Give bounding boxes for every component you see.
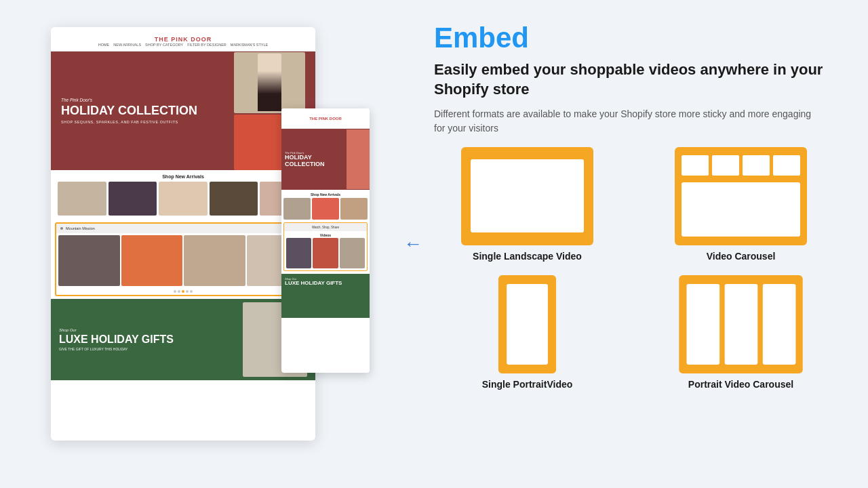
svg-rect-7 xyxy=(682,182,800,237)
ov-vid-2 xyxy=(313,238,338,268)
vc-dot-2 xyxy=(178,290,180,293)
format-card-carousel: Video Carousel xyxy=(648,147,834,262)
landscape-video-label: Single Landscape Video xyxy=(473,251,582,262)
ov-watch-section: Watch, Shop, Share Videos xyxy=(283,222,368,271)
left-panel: THE PINK DOOR HOME NEW ARRIVALS SHOP BY … xyxy=(0,0,380,488)
site-nav-bar: THE PINK DOOR HOME NEW ARRIVALS SHOP BY … xyxy=(51,27,315,52)
format-card-portrait: Single Portrait​Video xyxy=(434,275,620,390)
carousel-video-icon xyxy=(675,147,807,245)
vc-header: Mountain Mission xyxy=(56,224,310,233)
screenshot-container: THE PINK DOOR HOME NEW ARRIVALS SHOP BY … xyxy=(51,27,329,461)
product-thumb-4 xyxy=(210,182,258,216)
vc-dots xyxy=(56,288,310,295)
products-section: Shop New Arrivals xyxy=(51,170,315,220)
holiday-banner: Shop Our LUXE HOLIDAY GIFTS GIVE THE GIF… xyxy=(51,299,315,380)
product-thumb-2 xyxy=(108,182,157,216)
ov-videos-grid xyxy=(284,238,367,270)
embed-description: Different formats are available to make … xyxy=(434,107,814,136)
svg-rect-13 xyxy=(763,284,796,365)
portrait-carousel-label: Portrait Video Carousel xyxy=(688,379,793,390)
landscape-video-icon xyxy=(461,147,593,245)
person-silhouette xyxy=(258,54,281,111)
ov-hero-image xyxy=(347,129,370,189)
format-card-landscape: Single Landscape Video xyxy=(434,147,620,262)
main-screenshot: THE PINK DOOR HOME NEW ARRIVALS SHOP BY … xyxy=(51,27,315,441)
ov-products xyxy=(281,198,370,220)
page-title: Embed xyxy=(434,24,834,52)
product-thumb-3 xyxy=(159,182,208,216)
holiday-text: Shop Our LUXE HOLIDAY GIFTS GIVE THE GIF… xyxy=(59,328,237,352)
video-carousel-section: Mountain Mission xyxy=(55,222,311,296)
svg-rect-6 xyxy=(773,155,800,176)
vc-dot-5 xyxy=(190,290,193,293)
svg-rect-11 xyxy=(687,284,720,365)
svg-rect-5 xyxy=(743,155,770,176)
overlay-screenshot: THE PINK DOOR The Pink Door's HOLIDAY CO… xyxy=(281,108,370,373)
product-thumb-1 xyxy=(58,182,106,216)
portrait-carousel-icon xyxy=(675,275,807,373)
arrow-icon: ← xyxy=(403,233,422,255)
site-logo: THE PINK DOOR xyxy=(155,36,212,43)
vc-dot-4 xyxy=(186,290,189,293)
svg-rect-1 xyxy=(471,159,584,232)
hero-text: The Pink Door's HOLIDAY COLLECTION SHOP … xyxy=(61,98,227,125)
svg-rect-9 xyxy=(507,284,548,365)
ov-product-1 xyxy=(283,198,311,220)
vc-video-3 xyxy=(184,235,245,286)
ov-hero: The Pink Door's HOLIDAY COLLECTION xyxy=(281,129,370,190)
vc-dot-3-active xyxy=(182,290,184,293)
ov-holiday-banner: Shop Our LUXE HOLIDAY GIFTS xyxy=(281,274,370,318)
svg-rect-3 xyxy=(682,155,709,176)
ov-vid-1 xyxy=(286,238,311,268)
ov-product-2 xyxy=(312,198,339,220)
portrait-video-label: Single Portrait​Video xyxy=(482,379,573,390)
vc-dot-1 xyxy=(174,290,176,293)
formats-grid: Single Landscape Video Video Carousel xyxy=(434,147,834,390)
portrait-video-icon xyxy=(461,275,593,373)
ov-vid-3 xyxy=(340,238,365,268)
svg-rect-4 xyxy=(712,155,739,176)
hero-image-top xyxy=(234,52,305,113)
vc-video-2 xyxy=(121,235,183,286)
vc-header-dot xyxy=(60,227,63,230)
ov-nav: THE PINK DOOR xyxy=(281,108,370,129)
right-panel: Embed Easily embed your shoppable videos… xyxy=(380,0,868,488)
svg-rect-12 xyxy=(725,284,758,365)
carousel-video-label: Video Carousel xyxy=(707,251,776,262)
ov-watch-header: Watch, Shop, Share xyxy=(284,223,367,231)
products-grid xyxy=(58,182,309,216)
vc-videos xyxy=(56,233,310,288)
ov-hero-text: The Pink Door's HOLIDAY COLLECTION xyxy=(281,148,347,171)
ov-logo: THE PINK DOOR xyxy=(309,117,342,121)
hero-banner: The Pink Door's HOLIDAY COLLECTION SHOP … xyxy=(51,52,315,170)
vc-video-1 xyxy=(58,235,120,286)
nav-links: HOME NEW ARRIVALS SHOP BY CATEGORY FILTE… xyxy=(98,43,269,47)
embed-subtitle: Easily embed your shoppable videos anywh… xyxy=(434,60,827,99)
ov-product-3 xyxy=(340,198,368,220)
format-card-portrait-carousel: Portrait Video Carousel xyxy=(648,275,834,390)
